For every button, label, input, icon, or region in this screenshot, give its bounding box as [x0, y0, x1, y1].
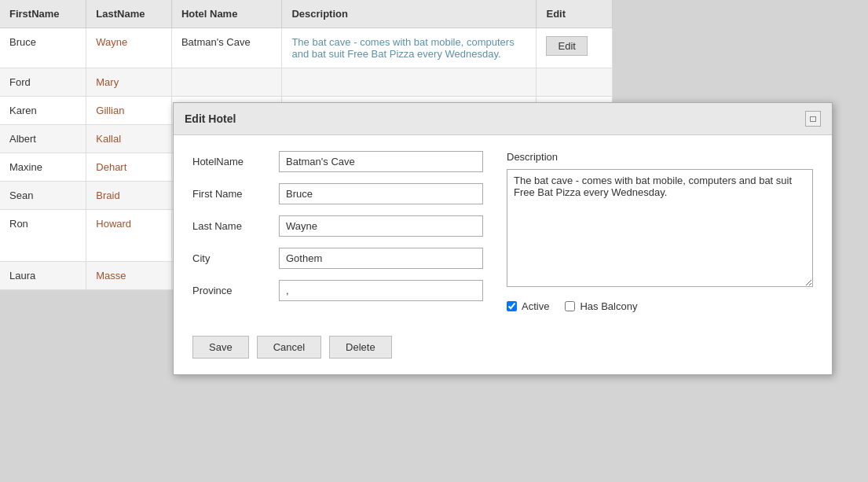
hotel-name-row: HotelName: [192, 151, 483, 172]
province-input[interactable]: [279, 280, 483, 290]
city-label: City: [192, 252, 279, 264]
modal-backdrop: Edit Hotel □ HotelName First Name Last N…: [0, 0, 868, 290]
description-label: Description: [507, 151, 813, 163]
last-name-input[interactable]: [279, 215, 483, 237]
first-name-row: First Name: [192, 183, 483, 204]
province-label: Province: [192, 285, 279, 290]
city-row: City: [192, 248, 483, 269]
edit-hotel-modal: Edit Hotel □ HotelName First Name Last N…: [173, 102, 833, 290]
modal-header: Edit Hotel □: [174, 103, 832, 135]
province-row: Province: [192, 280, 483, 290]
modal-close-button[interactable]: □: [805, 111, 821, 127]
last-name-label: Last Name: [192, 220, 279, 232]
modal-right-panel: Description Active Has Balcony: [507, 151, 813, 290]
first-name-input[interactable]: [279, 183, 483, 204]
hotel-name-input[interactable]: [279, 151, 483, 172]
hotel-name-label: HotelName: [192, 156, 279, 167]
description-textarea[interactable]: [507, 169, 813, 287]
city-input[interactable]: [279, 248, 483, 269]
modal-body: HotelName First Name Last Name City Prov…: [174, 135, 832, 290]
modal-title: Edit Hotel: [185, 112, 236, 125]
modal-left-panel: HotelName First Name Last Name City Prov…: [192, 151, 483, 290]
last-name-row: Last Name: [192, 215, 483, 237]
first-name-label: First Name: [192, 188, 279, 200]
